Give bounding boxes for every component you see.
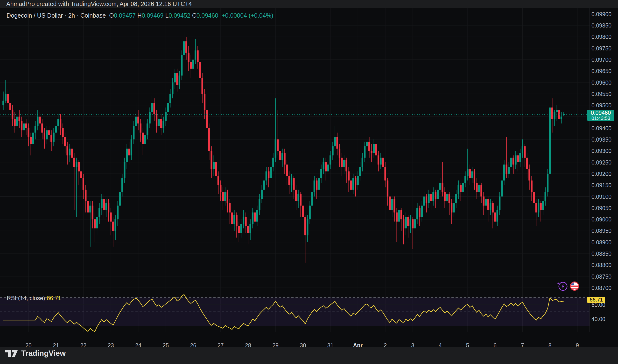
candle-body — [62, 128, 64, 137]
candle-body — [238, 226, 240, 233]
candle-body — [87, 201, 89, 212]
candle-body — [73, 158, 75, 167]
candle-body — [106, 203, 107, 210]
candle-body — [499, 196, 500, 210]
price-tick-label: 0.08900 — [591, 239, 611, 246]
attribution-text: AhmadPro created with TradingView.com, A… — [6, 0, 192, 7]
candle-body — [128, 149, 130, 155]
price-tick-label: 0.09000 — [591, 216, 611, 223]
candle-body — [222, 192, 224, 201]
candle-body — [393, 199, 395, 212]
change-value: +0.00004 (+0.04%) — [222, 12, 273, 19]
candle-body — [14, 119, 16, 126]
candle-body — [464, 176, 466, 182]
candle-body — [382, 158, 384, 167]
tradingview-logo[interactable]: TradingView — [5, 349, 66, 358]
candle-body — [352, 178, 354, 190]
candle-body — [549, 108, 551, 174]
candle-body — [336, 137, 338, 149]
candle-body — [453, 203, 455, 212]
candle-body — [211, 151, 212, 169]
price-tick-label: 0.09100 — [591, 194, 611, 200]
candle-body — [165, 112, 167, 121]
candle-body — [373, 144, 375, 153]
pane-separator-main-rsi[interactable] — [0, 292, 618, 292]
candle-body — [497, 210, 498, 221]
rsi-legend-value: 66.71 — [47, 295, 61, 301]
price-tick-label: 0.09500 — [591, 102, 611, 109]
candle-body — [316, 181, 317, 190]
candle-body — [21, 121, 22, 130]
candle-body — [320, 169, 322, 178]
high-label: H — [137, 12, 142, 19]
candle-body — [304, 217, 306, 235]
candle-body — [82, 178, 84, 190]
candle-body — [108, 203, 109, 212]
candle-body — [9, 103, 11, 110]
candle-body — [485, 199, 487, 206]
candle-body — [144, 135, 146, 144]
candle-body — [348, 171, 349, 181]
candle-body — [188, 53, 189, 62]
candle-body — [229, 203, 230, 212]
candle-body — [460, 185, 462, 192]
candle-body — [371, 151, 373, 153]
candle-body — [451, 203, 452, 212]
candle-body — [522, 146, 523, 153]
candle-body — [96, 217, 98, 228]
candle-chart-canvas[interactable] — [0, 8, 590, 332]
candle-body — [537, 203, 539, 212]
candle-body — [536, 203, 537, 212]
candle-body — [480, 185, 482, 196]
candle-body — [25, 124, 27, 128]
candle-body — [204, 94, 205, 110]
candle-body — [252, 212, 254, 224]
candle-body — [421, 206, 423, 217]
candle-body — [297, 194, 299, 201]
current-price-badge: 0.09460 01:43:53 — [587, 110, 614, 121]
candle-body — [261, 190, 263, 199]
candle-body — [362, 158, 363, 167]
candle-body — [190, 62, 192, 68]
candle-body — [266, 171, 267, 181]
rsi-axis-label: 40.00 — [591, 316, 605, 323]
candle-body — [412, 219, 414, 228]
candle-body — [330, 155, 331, 165]
candle-body — [519, 153, 521, 162]
candle-body — [458, 185, 459, 194]
candle-body — [419, 208, 420, 217]
candle-body — [213, 162, 215, 169]
open-value: 0.09457 — [114, 12, 136, 19]
price-axis[interactable]: 0.09460 01:43:53 66.71 0.099000.098500.0… — [590, 8, 618, 332]
candle-body — [174, 73, 176, 82]
candle-body — [35, 126, 36, 132]
candle-body — [176, 73, 178, 85]
candle-body — [533, 192, 535, 203]
candle-body — [247, 226, 249, 233]
candle-body — [487, 199, 489, 210]
candle-body — [215, 162, 217, 176]
candle-body — [85, 190, 86, 201]
candle-body — [547, 174, 549, 192]
candle-body — [94, 219, 96, 228]
candle-body — [449, 194, 450, 203]
open-label: O — [109, 12, 114, 19]
candle-body — [23, 124, 25, 130]
candle-body — [224, 192, 226, 201]
candle-body — [7, 94, 9, 103]
candle-body — [343, 160, 345, 167]
candle-body — [71, 149, 73, 158]
candle-body — [545, 192, 546, 201]
candle-body — [231, 212, 233, 224]
candle-body — [355, 178, 356, 185]
price-tick-label: 0.09800 — [591, 34, 611, 40]
candle-body — [293, 178, 295, 190]
candle-body — [474, 171, 475, 183]
candle-body — [314, 181, 315, 192]
candle-body — [490, 203, 491, 210]
candle-body — [89, 206, 91, 212]
tradingview-logo-text: TradingView — [21, 349, 66, 358]
candle-body — [69, 149, 70, 155]
candle-body — [60, 119, 61, 128]
candle-body — [208, 128, 210, 151]
